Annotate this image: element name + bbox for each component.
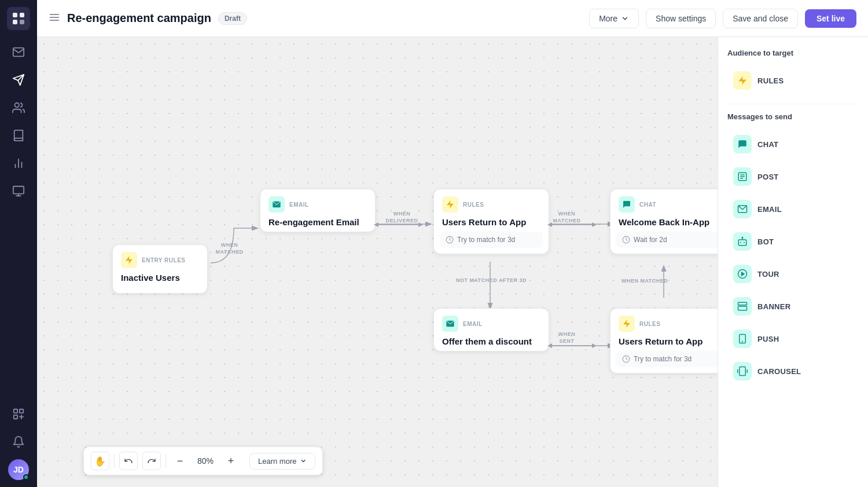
panel-post-icon	[733, 167, 752, 186]
panel-item-chat[interactable]: CHAT	[727, 129, 859, 159]
save-close-button[interactable]: Save and close	[723, 9, 798, 28]
menu-icon[interactable]	[49, 12, 60, 25]
learn-more-button[interactable]: Learn more	[249, 453, 315, 470]
connector-when-delivered: WHEN DELIVERED	[377, 211, 426, 224]
panel-item-email[interactable]: EMAIL	[727, 194, 859, 224]
svg-rect-2	[13, 20, 17, 24]
zoom-level: 80%	[194, 456, 217, 466]
chat-icon	[619, 196, 635, 213]
rules2-icon	[619, 316, 635, 332]
panel-chat-icon	[733, 135, 752, 153]
svg-rect-10	[13, 186, 24, 194]
sidebar-item-contacts[interactable]	[6, 95, 31, 120]
zoom-out-button[interactable]: −	[171, 452, 189, 470]
svg-marker-27	[126, 256, 133, 263]
undo-button[interactable]	[119, 452, 138, 470]
sidebar-item-tickets[interactable]	[6, 178, 31, 204]
chat-type: CHAT	[639, 202, 656, 208]
entry-node-type: ENTRY RULES	[142, 257, 186, 263]
entry-node[interactable]: ENTRY RULES Inactive Users	[112, 244, 208, 294]
toolbar-divider-2	[165, 454, 166, 468]
online-indicator	[23, 474, 29, 480]
panel-chat-label: CHAT	[757, 140, 778, 149]
rules-node-1[interactable]: RULES Users Return to App Try to match f…	[433, 189, 549, 254]
connector-when-matched-1: WHEN MATCHED	[214, 242, 245, 255]
app-logo[interactable]	[7, 7, 30, 30]
panel-item-bot[interactable]: BOT	[727, 226, 859, 257]
rules2-title: Users Return to App	[610, 336, 718, 351]
svg-rect-1	[20, 13, 24, 17]
sidebar-item-reports[interactable]	[6, 151, 31, 176]
sidebar: JD	[0, 0, 37, 487]
panel-item-rules-audience[interactable]: RULES	[727, 65, 859, 96]
svg-rect-0	[13, 13, 17, 17]
hand-tool-button[interactable]: ✋	[91, 452, 109, 470]
panel-rules-icon	[733, 71, 752, 90]
redo-button[interactable]	[142, 452, 161, 470]
connector-when-matched-2: WHEN MATCHED	[551, 211, 583, 224]
email1-title: Re-engagement Email	[260, 217, 375, 232]
email2-icon	[442, 316, 458, 332]
rules-node-2[interactable]: RULES Users Return to App Try to match f…	[610, 308, 718, 374]
entry-node-icon	[121, 252, 137, 268]
zoom-in-button[interactable]: +	[222, 452, 240, 470]
panel-banner-label: BANNER	[757, 302, 790, 311]
set-live-button[interactable]: Set live	[805, 9, 856, 28]
email-node-2[interactable]: EMAIL Offer them a discount	[433, 308, 549, 351]
panel-item-carousel[interactable]: CAROUSEL	[727, 356, 859, 386]
show-settings-button[interactable]: Show settings	[646, 9, 716, 28]
svg-marker-41	[592, 343, 597, 348]
panel-carousel-label: CAROUSEL	[757, 367, 801, 376]
sidebar-item-apps[interactable]	[6, 401, 31, 427]
panel-push-label: PUSH	[757, 335, 779, 343]
svg-rect-56	[738, 302, 747, 305]
messages-section-title: Messages to send	[727, 112, 859, 121]
bottom-toolbar: ✋ − 80% + Learn more	[83, 446, 323, 475]
svg-rect-60	[740, 367, 746, 376]
email2-title: Offer them a discount	[434, 336, 549, 351]
main-content: Re-engagement campaign Draft More Show s…	[37, 0, 868, 487]
sidebar-item-notifications[interactable]	[6, 429, 31, 455]
svg-rect-15	[14, 415, 17, 419]
panel-item-tour[interactable]: TOUR	[727, 259, 859, 289]
svg-point-6	[15, 103, 19, 107]
email1-type: EMAIL	[289, 202, 309, 208]
panel-item-push[interactable]: PUSH	[727, 324, 859, 354]
rules1-type: RULES	[463, 202, 484, 208]
svg-rect-3	[20, 20, 24, 24]
panel-email-icon	[733, 200, 752, 218]
rules2-type: RULES	[639, 321, 660, 327]
right-panel: Audience to target RULES Messages to sen…	[718, 37, 868, 487]
sidebar-item-knowledge[interactable]	[6, 123, 31, 148]
content-area: ENTRY RULES Inactive Users WHEN MATCHED …	[37, 37, 868, 487]
svg-marker-36	[592, 222, 597, 227]
panel-bot-label: BOT	[757, 237, 774, 246]
rules1-title: Users Return to App	[434, 217, 549, 232]
status-badge: Draft	[218, 12, 247, 25]
panel-item-banner[interactable]: BANNER	[727, 291, 859, 321]
email1-icon	[269, 196, 285, 213]
panel-push-icon	[733, 329, 752, 348]
flow-canvas[interactable]: ENTRY RULES Inactive Users WHEN MATCHED …	[37, 37, 718, 487]
connector-when-sent: WHEN SENT	[551, 331, 583, 345]
svg-marker-42	[623, 320, 630, 327]
chat-node[interactable]: CHAT Welcome Back In-App Wait for 2d	[610, 189, 718, 254]
email-node-1[interactable]: EMAIL Re-engagement Email	[260, 189, 376, 232]
user-avatar-container[interactable]: JD	[6, 459, 31, 480]
header: Re-engagement campaign Draft More Show s…	[37, 0, 868, 37]
page-title: Re-engagement campaign	[67, 12, 211, 25]
svg-marker-44	[738, 76, 746, 85]
panel-banner-icon	[733, 297, 752, 316]
panel-tour-icon	[733, 265, 752, 283]
svg-marker-55	[742, 272, 745, 276]
sidebar-item-inbox[interactable]	[6, 39, 31, 65]
svg-rect-57	[738, 306, 747, 310]
sidebar-item-campaigns[interactable]	[6, 67, 31, 93]
panel-divider	[727, 104, 859, 104]
rules1-icon	[442, 196, 458, 213]
svg-rect-13	[14, 409, 17, 413]
svg-point-51	[742, 237, 743, 239]
toolbar-divider-1	[114, 454, 115, 468]
more-button[interactable]: More	[589, 9, 639, 28]
panel-item-post[interactable]: POST	[727, 162, 859, 192]
